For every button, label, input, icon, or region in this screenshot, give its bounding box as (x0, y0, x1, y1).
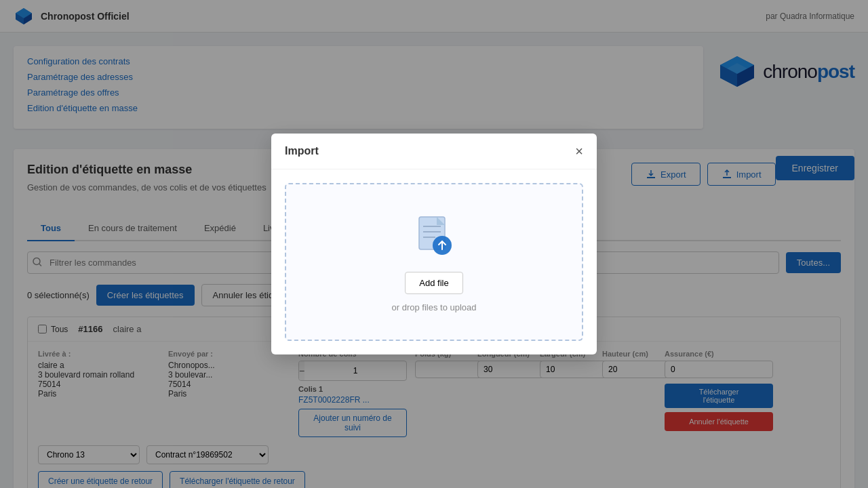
modal-close-button[interactable]: × (575, 144, 583, 158)
modal-body: Add file or drop files to upload (271, 169, 597, 354)
modal-title: Import (285, 145, 319, 157)
drop-hint: or drop files to upload (300, 302, 568, 312)
modal-overlay[interactable]: Import × (0, 0, 868, 488)
upload-icon (407, 211, 461, 259)
upload-illustration (300, 211, 568, 261)
modal-header: Import × (271, 134, 597, 169)
add-file-button[interactable]: Add file (405, 272, 462, 294)
drop-zone[interactable]: Add file or drop files to upload (285, 183, 583, 341)
import-modal: Import × (271, 134, 597, 354)
